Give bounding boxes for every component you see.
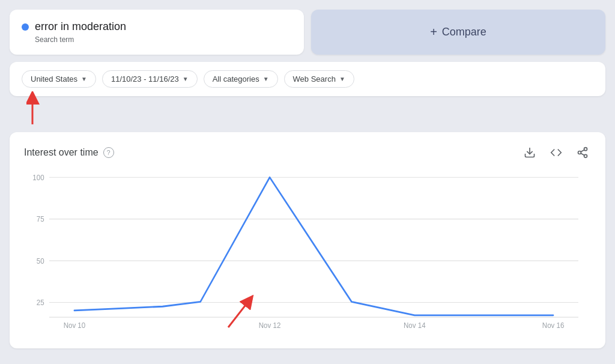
svg-text:100: 100: [32, 173, 44, 181]
search-type-chevron-icon: ▼: [339, 76, 345, 82]
date-filter[interactable]: 11/10/23 - 11/16/23 ▼: [102, 70, 198, 88]
download-button[interactable]: [521, 144, 538, 161]
search-term-card: error in moderation Search term: [10, 10, 304, 55]
svg-text:Nov 16: Nov 16: [542, 321, 565, 330]
filters-card: United States ▼ 11/10/23 - 11/16/23 ▼ Al…: [10, 62, 605, 96]
region-label: United States: [31, 74, 77, 83]
svg-text:75: 75: [37, 215, 44, 223]
arrow-annotation-region: [26, 91, 62, 127]
date-label: 11/10/23 - 11/16/23: [111, 74, 179, 83]
svg-line-5: [581, 153, 584, 155]
svg-text:50: 50: [37, 256, 44, 265]
chart-actions: [521, 144, 591, 161]
svg-text:Nov 14: Nov 14: [404, 321, 426, 330]
search-term-title: error in moderation: [35, 20, 126, 33]
help-icon[interactable]: ?: [103, 147, 114, 158]
compare-label: Compare: [442, 26, 486, 38]
region-chevron-icon: ▼: [81, 76, 87, 82]
search-type-filter[interactable]: Web Search ▼: [284, 70, 354, 88]
search-type-label: Web Search: [293, 74, 336, 83]
svg-text:Nov 12: Nov 12: [259, 321, 281, 330]
svg-text:25: 25: [37, 299, 44, 307]
category-label: All categories: [213, 74, 259, 83]
region-filter[interactable]: United States ▼: [22, 70, 96, 88]
compare-plus-icon: +: [430, 25, 437, 39]
svg-text:Nov 10: Nov 10: [64, 321, 86, 330]
compare-card[interactable]: + Compare: [311, 10, 605, 55]
embed-button[interactable]: [548, 144, 565, 161]
help-icon-label: ?: [107, 149, 111, 156]
share-button[interactable]: [574, 144, 591, 161]
chart-title: Interest over time: [24, 147, 98, 158]
chart-area: 100 75 50 25 Nov 10 Nov 12 Nov 14 Nov 16: [24, 171, 591, 339]
category-filter[interactable]: All categories ▼: [204, 70, 278, 88]
search-term-label: Search term: [35, 35, 292, 44]
chart-header: Interest over time ?: [24, 144, 591, 161]
search-term-dot: [22, 23, 29, 31]
svg-line-6: [581, 150, 584, 151]
date-chevron-icon: ▼: [183, 76, 189, 82]
chart-card: Interest over time ?: [10, 132, 605, 348]
category-chevron-icon: ▼: [263, 76, 269, 82]
